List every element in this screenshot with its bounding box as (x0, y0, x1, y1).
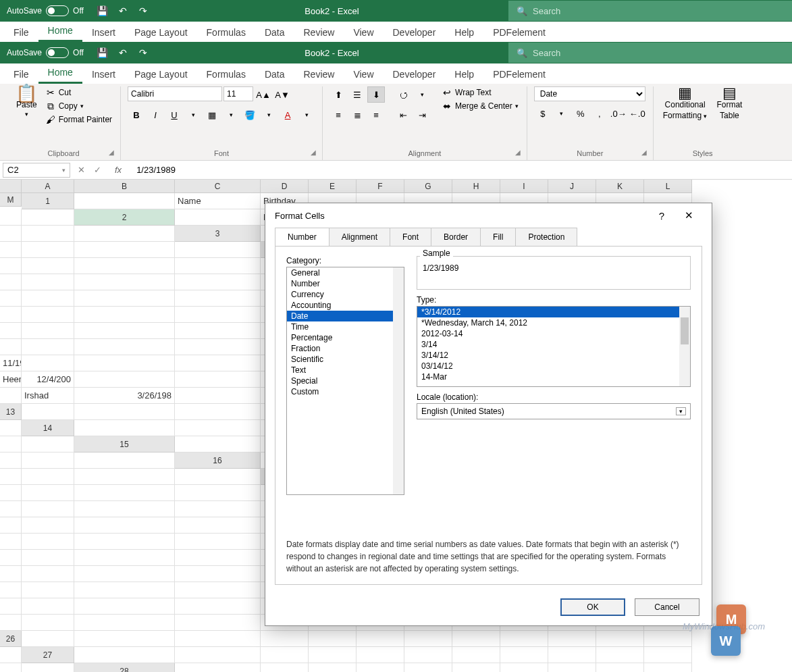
cell[interactable] (548, 631, 596, 647)
col-header[interactable]: I (500, 180, 548, 193)
underline-button[interactable]: U (165, 107, 183, 123)
name-box[interactable]: C2▾ (3, 163, 70, 178)
cell[interactable] (0, 258, 22, 274)
save-icon[interactable]: 💾 (97, 5, 108, 16)
redo-icon[interactable]: ↷ (138, 5, 149, 16)
cell[interactable] (74, 193, 175, 209)
cell[interactable] (175, 323, 261, 339)
cell[interactable] (357, 647, 404, 663)
cell[interactable] (500, 631, 548, 647)
cell[interactable] (596, 647, 644, 663)
type-item[interactable]: 14-Mar (417, 371, 690, 382)
cell[interactable] (22, 323, 74, 339)
menu-formulas[interactable]: Formulas (197, 66, 255, 84)
menu-formulas[interactable]: Formulas (197, 24, 255, 42)
menu-help[interactable]: Help (445, 66, 483, 84)
cell[interactable] (175, 598, 261, 615)
cell[interactable] (0, 582, 22, 598)
row-header[interactable]: 14 (22, 420, 74, 436)
cell[interactable] (175, 371, 261, 388)
category-list[interactable]: GeneralNumberCurrencyAccountingDateTimeP… (286, 267, 404, 495)
cell[interactable] (22, 485, 74, 501)
font-color-button[interactable]: A (279, 107, 296, 123)
cell[interactable] (175, 550, 261, 566)
autosave-toggle[interactable]: AutoSave Off (0, 5, 90, 16)
cell[interactable] (175, 388, 261, 404)
format-table-button[interactable]: ▤ Format Table (714, 86, 745, 122)
cell[interactable] (74, 242, 175, 258)
col-header[interactable]: K (596, 180, 644, 193)
increase-decimal-icon[interactable]: .0→ (610, 105, 627, 122)
category-item[interactable]: Custom (287, 386, 404, 397)
cell[interactable] (175, 258, 261, 274)
cut-button[interactable]: ✂Cut (44, 86, 113, 99)
type-item[interactable]: *3/14/2012 (417, 307, 690, 317)
type-list[interactable]: *3/14/2012*Wednesday, March 14, 20122012… (417, 306, 691, 387)
cell[interactable] (22, 631, 74, 647)
ok-button[interactable]: OK (560, 598, 625, 616)
col-header[interactable]: C (175, 180, 261, 193)
row-header[interactable]: 1 (22, 193, 74, 209)
category-item[interactable]: Percentage (287, 332, 404, 343)
cell[interactable] (644, 631, 692, 647)
cell[interactable] (309, 663, 357, 672)
cell[interactable] (74, 371, 175, 388)
cell[interactable] (74, 469, 175, 485)
cell[interactable] (261, 647, 309, 663)
autosave-toggle[interactable]: AutoSave Off (0, 47, 90, 58)
cell[interactable] (22, 209, 74, 226)
chevron-down-icon[interactable]: ▾ (298, 107, 315, 123)
cell[interactable] (0, 663, 22, 672)
cell[interactable] (309, 647, 357, 663)
font-name-input[interactable] (128, 86, 222, 101)
cell[interactable] (175, 404, 261, 420)
cell[interactable] (22, 339, 74, 355)
row-header[interactable]: 26 (0, 631, 22, 647)
col-header[interactable]: D (261, 180, 309, 193)
fill-color-button[interactable]: 🪣 (241, 107, 259, 123)
type-item[interactable]: 03/14/12 (417, 361, 690, 371)
category-item[interactable]: Time (287, 321, 404, 332)
cell[interactable] (596, 663, 644, 672)
cell[interactable] (0, 615, 22, 631)
cell[interactable] (357, 631, 404, 647)
decrease-decimal-icon[interactable]: ←.0 (629, 105, 646, 122)
cell[interactable] (175, 501, 261, 517)
col-header[interactable]: G (404, 180, 452, 193)
category-item[interactable]: Scientific (287, 354, 404, 365)
menu-page-layout[interactable]: Page Layout (125, 66, 197, 84)
dialog-launcher-icon[interactable]: ◢ (311, 149, 320, 158)
save-icon[interactable]: 💾 (97, 47, 108, 58)
row-header[interactable]: 13 (0, 404, 22, 420)
cell[interactable] (357, 663, 404, 672)
cell[interactable] (596, 631, 644, 647)
cell[interactable] (175, 339, 261, 355)
redo-icon[interactable]: ↷ (138, 47, 149, 58)
cell[interactable] (0, 388, 22, 404)
cell[interactable] (74, 404, 175, 420)
locale-select[interactable]: English (United States)▾ (417, 403, 691, 419)
cell[interactable] (261, 631, 309, 647)
cell[interactable] (175, 582, 261, 598)
cell[interactable] (0, 534, 22, 550)
cell[interactable] (74, 582, 175, 598)
bold-button[interactable]: B (128, 107, 145, 123)
cell[interactable] (0, 242, 22, 258)
cell[interactable] (644, 647, 692, 663)
cell[interactable] (22, 582, 74, 598)
menu-file[interactable]: File (4, 24, 38, 42)
cell[interactable] (0, 501, 22, 517)
undo-icon[interactable]: ↶ (117, 5, 128, 16)
menu-help[interactable]: Help (445, 24, 483, 42)
cell[interactable] (175, 242, 261, 258)
currency-icon[interactable]: $ (534, 105, 552, 122)
dialog-tab-border[interactable]: Border (431, 228, 481, 246)
select-all-corner[interactable] (0, 180, 22, 193)
type-item[interactable]: 3/14/12 (417, 350, 690, 361)
help-button[interactable]: ? (648, 210, 675, 222)
cell[interactable] (175, 274, 261, 290)
col-header[interactable]: F (357, 180, 404, 193)
cell[interactable] (74, 501, 175, 517)
menu-review[interactable]: Review (294, 66, 344, 84)
border-button[interactable]: ▦ (203, 107, 221, 123)
